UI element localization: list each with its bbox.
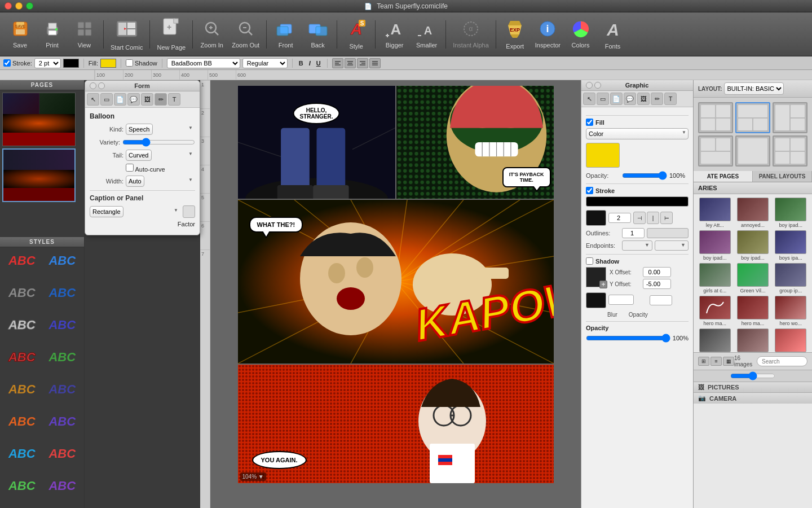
graphic-tool-text[interactable]: T (664, 93, 677, 105)
graphic-tool-3[interactable]: 📄 (610, 93, 623, 105)
bold-button[interactable]: B (297, 60, 305, 67)
stroke-checkbox[interactable] (3, 59, 11, 67)
align-justify-button[interactable] (369, 58, 381, 68)
form-tool-pen[interactable]: ✏ (155, 93, 167, 106)
shadow-opacity-input[interactable] (650, 295, 672, 305)
stroke-checkbox-g[interactable] (586, 187, 593, 194)
lib-item-9[interactable]: group ip... (773, 263, 809, 294)
lib-item-10[interactable]: hero ma... (697, 296, 732, 326)
export-button[interactable]: EXP Export (500, 15, 531, 54)
lib-item-8[interactable]: Green Vil... (735, 263, 770, 294)
align-right-button[interactable] (357, 58, 368, 68)
graphic-tool-5[interactable]: 🖼 (637, 93, 650, 105)
lib-item-12[interactable]: hero wo... (773, 296, 809, 326)
auto-curve-checkbox[interactable] (126, 164, 134, 172)
width-select[interactable]: Auto (126, 176, 144, 187)
style-item-11[interactable]: ABC (2, 410, 42, 433)
lib-item-4[interactable]: boy ipad... (697, 230, 732, 261)
panel-2[interactable]: KAPOW! WHAT THE?! (238, 200, 554, 364)
fill-checkbox[interactable] (586, 119, 593, 126)
window-controls[interactable] (5, 2, 33, 10)
x-offset-input[interactable] (643, 267, 671, 277)
lib-item-1[interactable]: ley Att... (697, 198, 732, 228)
stroke-size-select[interactable]: 2 pt (34, 58, 61, 68)
endpoints-end-select[interactable]: ▼ (655, 240, 689, 251)
form-min-btn[interactable] (98, 82, 105, 89)
panel-1a[interactable]: HELLO,STRANGER. (238, 86, 395, 199)
style-item-3[interactable]: ABC (2, 282, 42, 304)
style-item-4[interactable]: ABC (43, 282, 82, 304)
layout-thumb-5[interactable] (735, 135, 770, 167)
filmstrip-view-btn[interactable]: ▦ (723, 357, 734, 366)
fill-type-select[interactable]: Color (586, 128, 689, 139)
lib-item-5[interactable]: boy ipad... (735, 230, 770, 261)
panel-1b[interactable]: IT'S PAYBACKTIME. (396, 86, 554, 199)
pictures-bar[interactable]: 🖼 PICTURES (694, 382, 812, 392)
graphic-tool-4[interactable]: 💬 (624, 93, 636, 105)
kind-select[interactable]: Speech (126, 124, 153, 135)
lib-item-2[interactable]: annoyed... (735, 198, 770, 228)
y-offset-input[interactable] (643, 279, 671, 289)
stroke-cap-butt[interactable]: ⊣ (633, 212, 646, 224)
form-tool-page[interactable]: 📄 (114, 93, 126, 106)
form-tool-balloon[interactable]: 💬 (127, 93, 140, 106)
style-item-5[interactable]: ABC (2, 314, 42, 336)
graphic-min-btn[interactable] (594, 82, 601, 89)
underline-button[interactable]: U (315, 60, 323, 67)
zoom-out-button[interactable]: Zoom Out (228, 15, 263, 54)
shadow-checkbox[interactable] (126, 59, 133, 67)
layout-thumb-4[interactable] (698, 135, 733, 167)
style-item-15[interactable]: ABC (2, 475, 42, 497)
graphic-tool-6[interactable]: ✏ (651, 93, 663, 105)
style-item-16[interactable]: ABC (43, 475, 82, 497)
grid-view-btn[interactable]: ⊞ (698, 357, 709, 366)
layout-thumb-6[interactable] (773, 135, 807, 167)
caption-select[interactable]: Rectangle (90, 206, 123, 217)
graphic-tool-2[interactable]: ▭ (597, 93, 609, 105)
fill-color-swatch[interactable] (586, 143, 620, 168)
align-center-button[interactable] (345, 58, 356, 68)
graphic-tool-1[interactable]: ↖ (583, 93, 595, 105)
style-item-10[interactable]: ABC (43, 378, 82, 401)
layout-select[interactable]: BUILT-IN: BASIC (724, 82, 784, 95)
blur-input[interactable] (608, 295, 634, 305)
minimize-button[interactable] (15, 2, 23, 10)
form-tool-image[interactable]: 🖼 (141, 93, 153, 106)
style-item-7[interactable]: ABC (2, 346, 42, 369)
zoom-in-button[interactable]: Zoom In (196, 15, 227, 54)
stroke-cap-round[interactable]: | (647, 212, 659, 224)
bigger-button[interactable]: A Bigger (379, 15, 410, 54)
shadow-checkbox-g[interactable] (586, 257, 593, 265)
style-item-1[interactable]: ABC (2, 249, 42, 272)
tab-create-pages[interactable]: ATE PAGES (694, 171, 753, 182)
caption-options-btn[interactable] (183, 205, 195, 218)
font-style-select[interactable]: Regular (242, 58, 288, 68)
opacity-slider[interactable] (622, 171, 667, 180)
stroke-width-input[interactable] (608, 213, 631, 223)
layout-thumb-1[interactable] (698, 102, 733, 133)
colors-button[interactable]: Colors (565, 15, 596, 54)
form-close-btn[interactable] (90, 82, 96, 89)
instant-alpha-button[interactable]: α Instant Alpha (449, 15, 492, 54)
layout-thumb-3[interactable] (773, 102, 807, 133)
stroke-color-swatch[interactable] (63, 59, 79, 68)
form-tool-rect[interactable]: ▭ (100, 93, 113, 106)
style-button[interactable]: A S Style (341, 15, 372, 54)
panel-3[interactable]: YOU AGAIN. (238, 365, 554, 483)
lib-item-3[interactable]: boy ipad... (773, 198, 809, 228)
endpoints-select[interactable]: ▼ (622, 240, 652, 251)
library-search[interactable] (757, 356, 807, 366)
style-item-2[interactable]: ABC (43, 249, 82, 272)
layout-thumb-2[interactable] (735, 102, 770, 133)
shadow-color-box[interactable] (586, 292, 606, 308)
font-name-select[interactable]: BadaBoom BB (167, 58, 240, 68)
page-thumbnail-2[interactable]: 2 (2, 148, 82, 202)
style-item-9[interactable]: ABC (2, 378, 42, 401)
shadow-add-btn[interactable]: + (599, 281, 607, 288)
front-button[interactable]: Front (270, 15, 301, 54)
save-button[interactable]: SAVE Save (5, 15, 36, 54)
smaller-button[interactable]: A Smaller (411, 15, 442, 54)
inspector-button[interactable]: i Inspector (532, 15, 564, 54)
align-left-button[interactable] (332, 58, 343, 68)
outlines-input[interactable] (622, 228, 645, 238)
